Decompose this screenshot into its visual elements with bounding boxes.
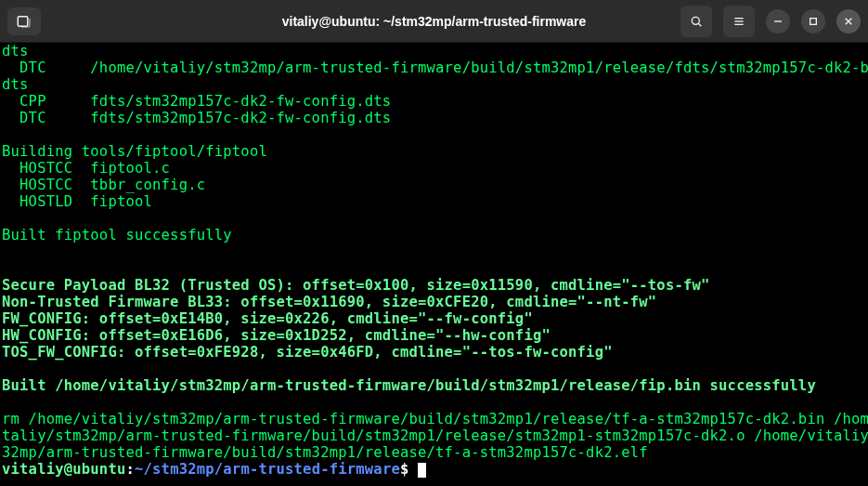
maximize-button[interactable] — [801, 9, 825, 33]
output-line: HOSTCC tbbr_config.c — [2, 177, 205, 193]
hamburger-icon — [732, 14, 746, 29]
search-button[interactable] — [680, 6, 712, 37]
window-title: vitaliy@ubuntu: ~/stm32mp/arm-trusted-fi… — [282, 14, 587, 29]
output-line: rm /home/vitaliy/stm32mp/arm-trusted-fir… — [2, 411, 868, 427]
output-line: TOS_FW_CONFIG: offset=0xFE928, size=0x46… — [2, 344, 613, 361]
prompt-path: ~/stm32mp/arm-trusted-firmware — [135, 461, 400, 478]
new-tab-button[interactable] — [7, 7, 41, 35]
output-line: CPP fdts/stm32mp157c-dk2-fw-config.dts — [2, 93, 391, 110]
menu-button[interactable] — [723, 6, 755, 37]
output-line: Non-Trusted Firmware BL33: offset=0x1169… — [2, 294, 656, 310]
close-icon — [841, 14, 856, 29]
terminal-output[interactable]: dts DTC /home/vitaliy/stm32mp/arm-truste… — [0, 43, 868, 486]
output-line: taliy/stm32mp/arm-trusted-firmware/build… — [2, 427, 868, 444]
prompt-sep: : — [125, 461, 135, 478]
output-line: FW_CONFIG: offset=0xE14B0, size=0x226, c… — [2, 310, 533, 327]
output-line: dts — [2, 43, 29, 59]
prompt-sigil: $ — [400, 461, 409, 478]
output-line: DTC fdts/stm32mp157c-dk2-fw-config.dts — [2, 110, 391, 126]
close-button[interactable] — [836, 9, 861, 33]
output-line: Built fiptool successfully — [2, 227, 232, 243]
svg-rect-0 — [18, 16, 28, 26]
svg-point-1 — [692, 17, 699, 24]
output-line: 32mp/arm-trusted-firmware/build/stm32mp1… — [2, 444, 648, 461]
output-line: Secure Payload BL32 (Trusted OS): offset… — [2, 277, 710, 294]
output-line: HW_CONFIG: offset=0xE16D6, size=0x1D252,… — [2, 327, 551, 344]
output-line: DTC /home/vitaliy/stm32mp/arm-trusted-fi… — [2, 59, 868, 76]
titlebar-right — [680, 6, 861, 37]
maximize-icon — [806, 14, 821, 29]
output-line: dts — [2, 76, 29, 93]
output-line: HOSTLD fiptool — [2, 193, 152, 210]
svg-line-2 — [698, 23, 701, 26]
new-tab-icon — [16, 13, 32, 30]
minimize-button[interactable] — [766, 9, 790, 33]
search-icon — [689, 14, 704, 29]
titlebar-left — [7, 7, 41, 35]
svg-rect-7 — [810, 18, 817, 24]
output-line: Built /home/vitaliy/stm32mp/arm-trusted-… — [2, 377, 816, 394]
output-line: HOSTCC fiptool.c — [2, 160, 170, 177]
titlebar: vitaliy@ubuntu: ~/stm32mp/arm-trusted-fi… — [0, 0, 868, 43]
cursor — [418, 463, 426, 478]
prompt-user-host: vitaliy@ubuntu — [2, 461, 125, 478]
output-line: Building tools/fiptool/fiptool — [2, 143, 267, 160]
minimize-icon — [771, 14, 785, 29]
